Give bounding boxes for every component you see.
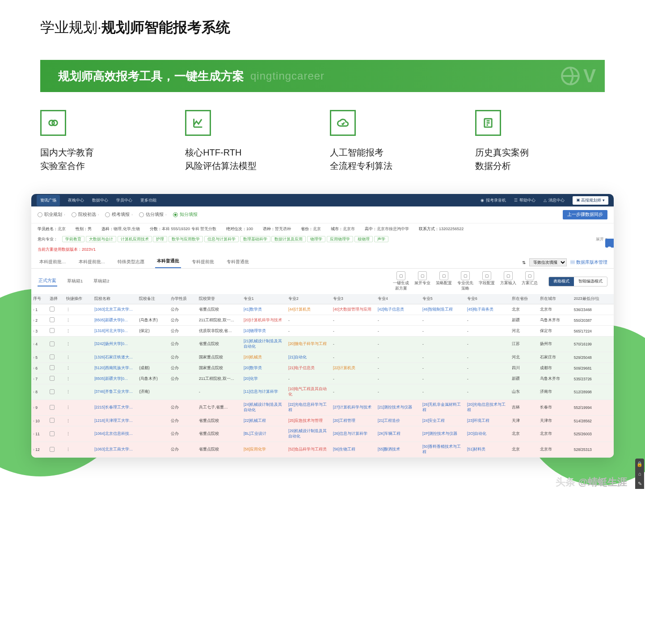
major-cell[interactable]: [10]电气工程及其自动化 [287,384,331,400]
major-cell[interactable]: - [421,315,465,326]
row-checkbox[interactable] [50,341,55,346]
major-cell[interactable]: [BL]工业设计 [242,426,287,442]
expand-row[interactable]: › [33,307,34,312]
expand-row[interactable]: › [33,329,34,333]
major-cell[interactable]: - [331,374,376,384]
quick-op[interactable]: ⋮ [64,442,93,458]
row-checkbox[interactable] [50,354,55,359]
major-cell[interactable]: - [376,363,421,374]
major-cell[interactable]: [56]生物工程 [331,442,376,458]
school-link[interactable]: [1064]北京信息科技… [93,426,137,442]
row-checkbox[interactable] [50,447,55,452]
intent-tag[interactable]: 声学 [374,236,388,242]
expand-row[interactable]: › [33,377,34,381]
intent-tag[interactable]: 学前教育 [62,236,84,242]
school-link[interactable]: [1218]天津理工大学… [93,416,137,426]
major-cell[interactable]: [2P]测控技术与仪器 [421,426,465,442]
major-cell[interactable]: [24]机械设计制造及其自动化 [242,400,287,416]
quick-op[interactable]: ⋮ [64,363,93,374]
major-cell[interactable]: - [465,374,510,384]
major-cell[interactable]: [2O]自动化 [465,426,510,442]
school-link[interactable]: [1326]石家庄铁道大… [93,352,137,363]
major-cell[interactable]: [20]数学类 [242,363,287,374]
major-cell[interactable]: [2K]车辆工程 [376,426,421,442]
hdr-msg[interactable]: △ 消息中心 [544,198,565,203]
nav-data[interactable]: 数据中心 [92,198,108,203]
tool-button[interactable]: ▢字段配置 [477,271,497,291]
quick-op[interactable]: ⋮ [64,426,93,442]
row-checkbox[interactable] [50,365,55,370]
row-checkbox[interactable] [50,317,55,322]
major-cell[interactable]: [44]计算机类 [287,304,331,315]
major-cell[interactable]: - [287,374,331,384]
tool-button[interactable]: ▢专业优先策略 [455,271,475,291]
db-version-link[interactable]: ▤ 数据库版本管理 [570,260,607,265]
intent-tag[interactable]: 物理学 [307,236,325,242]
tool-button[interactable]: ▢展开专业 [413,271,432,291]
quick-op[interactable]: ⋮ [64,337,93,352]
intent-tag[interactable]: 计算机应用技术 [118,236,152,242]
major-cell[interactable]: [20]工程管理 [331,416,376,426]
major-cell[interactable]: - [421,352,465,363]
row-checkbox[interactable] [50,405,55,410]
major-cell[interactable]: - [287,326,331,337]
major-cell[interactable]: [45]电子商务类 [465,304,510,315]
major-cell[interactable]: - [465,337,510,352]
expand-row[interactable]: › [33,390,34,394]
intent-tag[interactable]: 数学与应用数学 [169,236,203,242]
major-cell[interactable]: [20]光电信息技术与工程 [465,400,510,416]
expand-row[interactable]: › [33,366,34,370]
major-cell[interactable]: [21]工程造价 [376,416,421,426]
major-cell[interactable]: [20]微电子科学与工程 [287,337,331,352]
major-cell[interactable]: - [465,352,510,363]
major-cell[interactable]: - [421,384,465,400]
tool-button[interactable]: ▢一键生成新方案 [391,271,411,291]
major-cell[interactable]: [23]环境工程 [465,416,510,426]
major-cell[interactable]: [21]电子信息类 [287,363,331,374]
major-cell[interactable]: - [421,374,465,384]
major-cell[interactable]: - [376,326,421,337]
lock-icon[interactable]: 🔒 [636,460,643,467]
intent-tag[interactable]: 大数据与会计 [86,236,116,242]
plan-tab[interactable]: 草稿箱1 [66,277,84,286]
major-cell[interactable]: - [331,315,376,326]
major-cell[interactable]: [10]物理学类 [242,326,287,337]
row-checkbox[interactable] [50,431,55,436]
major-cell[interactable]: [26]无机非金属材料工程 [421,400,465,416]
major-cell[interactable]: - [331,384,376,400]
intent-tag[interactable]: 核物理 [354,236,373,242]
school-link[interactable]: [8505]新疆大学[0… [93,315,137,326]
quick-op[interactable]: ⋮ [64,326,93,337]
quick-op[interactable]: ⋮ [64,384,93,400]
expand-row[interactable]: › [33,447,34,452]
major-cell[interactable]: [24]安全工程 [421,416,465,426]
major-cell[interactable]: [20]计算机科学与技术 [242,315,287,326]
major-cell[interactable]: - [331,326,376,337]
tool-button[interactable]: ▢方案汇总 [520,271,540,291]
quick-op[interactable]: ⋮ [64,315,93,326]
major-cell[interactable]: [25]应急技术与管理 [287,416,331,426]
side-intent-tab[interactable]: 意向信息 [605,239,614,248]
major-cell[interactable]: - [376,315,421,326]
step-2[interactable]: 院校初选› [72,212,99,218]
nav-student[interactable]: 学员中心 [116,198,132,203]
intent-tag[interactable]: 应用物理学 [327,236,353,242]
major-cell[interactable]: - [331,352,376,363]
batch-tab[interactable]: 特殊类型志愿 [116,256,146,268]
major-cell[interactable]: [46]智能制造工程 [421,304,465,315]
intent-tag[interactable]: 数理基础科学 [240,236,270,242]
row-checkbox[interactable] [50,418,55,423]
major-cell[interactable]: - [376,352,421,363]
quick-op[interactable]: ⋮ [64,416,93,426]
major-cell[interactable]: - [421,326,465,337]
major-cell[interactable]: [55]酿酒技术 [376,442,421,458]
major-cell[interactable]: - [465,363,510,374]
batch-tab[interactable]: 本科普通批 [155,255,181,268]
step-1[interactable]: 职业规划› [38,212,65,218]
major-cell[interactable]: - [376,384,421,400]
quick-op[interactable]: ⋮ [64,374,93,384]
school-link[interactable]: [5120]西南民族大学… [93,363,137,374]
major-cell[interactable]: [22]光电信息科学与工程 [287,400,331,416]
intent-tag[interactable]: 护理 [153,236,167,242]
major-cell[interactable]: [29]机械设计制造及其自动化 [287,426,331,442]
